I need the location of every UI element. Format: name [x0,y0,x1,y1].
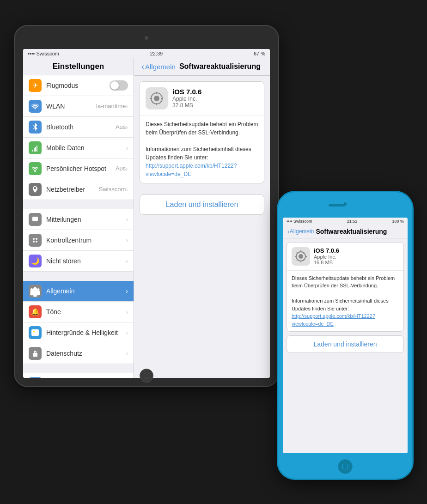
gap3 [23,364,134,373]
sidebar-item-icloud[interactable]: iCloud › [23,373,134,378]
flugmodus-icon: ✈ [29,79,42,92]
sidebar-item-nichttoeren[interactable]: 🌙 Nicht stören › [23,251,134,272]
ipad-update-header: iOS 7.0.6 Apple Inc. 32.8 MB [140,82,264,115]
allgemein-label: Allgemein [46,287,126,295]
ipad-install-button[interactable]: Laden und installieren [140,194,264,215]
iphone-update-header: iOS 7.0.6 Apple Inc. 16.8 MB [287,243,403,271]
sidebar-item-hintergruende[interactable]: Hintergründe & Helligkeit › [23,322,134,343]
iphone-home-icon [342,464,348,469]
allgemein-icon [29,285,42,298]
scene: •••• Swisscom 22:39 67 % Einstellungen ✈… [15,26,412,479]
iphone-home-button[interactable] [338,459,353,474]
datenschutz-chevron: › [126,350,128,357]
svg-point-26 [154,96,159,101]
iphone-update-card: iOS 7.0.6 Apple Inc. 16.8 MB Dieses Sich… [287,242,404,332]
iphone-nav-header: ‹ Allgemein Softwareaktualisierung [283,225,408,238]
ipad: •••• Swisscom 22:39 67 % Einstellungen ✈… [15,26,278,386]
ipad-main-header: ‹ Allgemein Softwareaktualisierung [134,58,270,76]
sidebar-item-netzbetreiber[interactable]: Netzbetreiber Swisscom › [23,179,134,200]
mitteilungen-icon [29,213,42,226]
sidebar-section-system: Mitteilungen › [23,209,134,272]
bluetooth-value: Aus [116,123,126,130]
icloud-icon [29,377,42,378]
ipad-back-label: Allgemein [145,63,176,71]
nichttoeren-icon: 🌙 [29,255,42,267]
ipad-main-content: ‹ Allgemein Softwareaktualisierung [134,58,270,378]
iphone-status-bar: •••• Swisscom 21:52 100 % [283,218,408,225]
iphone-main-title: Softwareaktualisierung [316,228,387,235]
iphone-update-developer: Apple Inc. [314,254,339,260]
bluetooth-icon [29,121,42,134]
sidebar-item-hotspot[interactable]: Persönlicher Hotspot Aus › [23,158,134,179]
ipad-back-button[interactable]: ‹ Allgemein [141,62,176,72]
ipad-update-desc-text: Dieses Sicherheitsupdate behebt ein Prob… [146,121,258,136]
ipad-home-button[interactable] [140,369,153,383]
ipad-sidebar: Einstellungen ✈ Flugmodus [23,58,134,378]
netzbetreiber-chevron: › [126,186,128,193]
sidebar-item-allgemein[interactable]: Allgemein › [23,281,134,302]
sidebar-item-datenschutz[interactable]: Datenschutz › [23,343,134,364]
ipad-time: 22:39 [150,51,163,56]
svg-point-4 [34,170,36,172]
ipad-update-size: 32.8 MB [172,102,201,109]
svg-rect-3 [37,146,37,152]
ipad-battery: 67 % [254,51,265,56]
sidebar-section-settings: Allgemein › 🔔 Töne › [23,281,134,364]
mitteilungen-chevron: › [126,216,128,223]
svg-point-6 [33,238,35,240]
iphone-back-button[interactable]: ‹ Allgemein [287,228,314,235]
svg-point-7 [36,238,37,240]
svg-point-29 [299,254,303,259]
netzbetreiber-value: Swisscom [99,186,126,193]
nichttoeren-chevron: › [126,257,128,265]
sidebar-item-wlan[interactable]: WLAN la-maritime › [23,96,134,117]
iphone-update-info-prefix: Informationen zum Sicherheitsinhalt dies… [292,298,389,311]
bluetooth-chevron: › [126,123,128,131]
sidebar-item-mitteilungen[interactable]: Mitteilungen › [23,209,134,230]
ipad-content: Einstellungen ✈ Flugmodus [23,58,270,378]
gap2 [23,272,134,281]
iphone-update-name: iOS 7.0.6 [314,247,339,254]
sidebar-item-toene[interactable]: 🔔 Töne › [23,302,134,322]
ipad-carrier: •••• Swisscom [28,51,59,56]
ipad-update-info: iOS 7.0.6 Apple Inc. 32.8 MB [172,88,201,109]
ipad-main-title: Softwareaktualisierung [179,62,261,71]
iphone-install-button[interactable]: Laden und installieren [287,335,404,353]
ipad-home-icon [144,373,149,378]
hintergruende-chevron: › [126,329,128,336]
sidebar-item-kontrollzentrum[interactable]: Kontrollzentrum › [23,230,134,251]
nichttoeren-label: Nicht stören [46,257,126,265]
ipad-update-link[interactable]: http://support.apple.com/kb/HT1222?viewl… [146,163,237,177]
sidebar-item-bluetooth[interactable]: Bluetooth Aus › [23,117,134,138]
kontrollzentrum-icon [29,234,42,247]
ipad-update-card: iOS 7.0.6 Apple Inc. 32.8 MB Dieses Sich… [140,81,264,183]
wlan-value: la-maritime [96,103,126,109]
allgemein-chevron: › [126,287,128,295]
iphone-update-description: Dieses Sicherheitsupdate behebt ein Prob… [287,271,403,332]
iphone-back-label: Allgemein [290,228,314,235]
iphone-update-link[interactable]: http://support.apple.com/kb/HT1222?viewl… [292,313,375,327]
svg-rect-2 [35,147,36,152]
sidebar-section-network: ✈ Flugmodus [23,75,134,200]
ipad-update-info-prefix: Informationen zum Sicherheitsinhalt dies… [146,146,251,161]
svg-point-9 [36,241,37,243]
netzbetreiber-label: Netzbetreiber [46,186,99,193]
iphone-update-desc-text: Dieses Sicherheitsupdate behebt ein Prob… [292,275,395,289]
sidebar-title: Einstellungen [23,58,134,75]
iphone-main-content: iOS 7.0.6 Apple Inc. 16.8 MB Dieses Sich… [283,238,408,453]
sidebar-item-mobile[interactable]: Mobile Daten › [23,138,134,158]
ipad-update-description: Dieses Sicherheitsupdate behebt ein Prob… [140,115,264,183]
sidebar-item-flugmodus[interactable]: ✈ Flugmodus [23,75,134,96]
wlan-icon [29,100,42,113]
iphone-battery: 100 % [392,219,404,224]
iphone-time: 21:52 [347,219,358,224]
ipad-status-bar: •••• Swisscom 22:39 67 % [23,49,270,58]
kontrollzentrum-label: Kontrollzentrum [46,237,126,244]
flugmodus-toggle[interactable] [110,80,128,91]
ipad-back-chevron: ‹ [141,62,144,72]
ipad-update-name: iOS 7.0.6 [172,88,201,96]
mobile-icon [29,141,42,154]
datenschutz-icon [29,347,42,360]
iphone-ios-icon [292,247,310,266]
svg-rect-5 [32,217,38,221]
